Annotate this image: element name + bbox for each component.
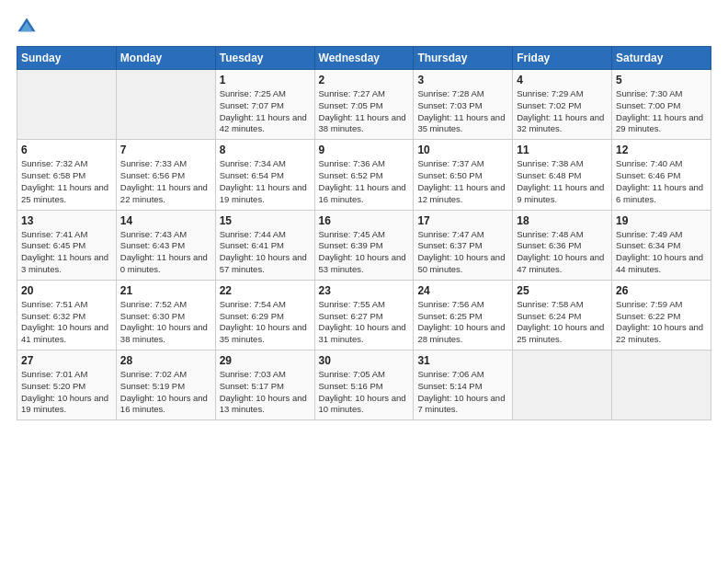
day-cell: 29Sunrise: 7:03 AM Sunset: 5:17 PM Dayli… <box>215 350 314 420</box>
day-number: 29 <box>220 354 311 367</box>
column-header-saturday: Saturday <box>612 47 711 70</box>
day-info: Sunrise: 7:44 AM Sunset: 6:41 PM Dayligh… <box>220 229 311 276</box>
day-info: Sunrise: 7:54 AM Sunset: 6:29 PM Dayligh… <box>220 299 311 346</box>
day-info: Sunrise: 7:32 AM Sunset: 6:58 PM Dayligh… <box>21 158 112 205</box>
day-number: 13 <box>21 214 112 227</box>
day-cell: 14Sunrise: 7:43 AM Sunset: 6:43 PM Dayli… <box>116 210 215 280</box>
day-cell: 13Sunrise: 7:41 AM Sunset: 6:45 PM Dayli… <box>17 210 117 280</box>
day-cell: 3Sunrise: 7:28 AM Sunset: 7:03 PM Daylig… <box>414 70 513 140</box>
day-cell: 17Sunrise: 7:47 AM Sunset: 6:37 PM Dayli… <box>414 210 513 280</box>
day-cell: 5Sunrise: 7:30 AM Sunset: 7:00 PM Daylig… <box>612 70 711 140</box>
day-info: Sunrise: 7:40 AM Sunset: 6:46 PM Dayligh… <box>616 158 707 205</box>
day-info: Sunrise: 7:03 AM Sunset: 5:17 PM Dayligh… <box>220 369 311 416</box>
day-number: 26 <box>616 284 707 297</box>
day-info: Sunrise: 7:45 AM Sunset: 6:39 PM Dayligh… <box>319 229 410 276</box>
day-info: Sunrise: 7:55 AM Sunset: 6:27 PM Dayligh… <box>319 299 410 346</box>
week-row-3: 13Sunrise: 7:41 AM Sunset: 6:45 PM Dayli… <box>17 210 711 280</box>
day-info: Sunrise: 7:56 AM Sunset: 6:25 PM Dayligh… <box>417 299 508 346</box>
day-number: 7 <box>120 144 211 156</box>
day-number: 21 <box>120 284 211 297</box>
page: SundayMondayTuesdayWednesdayThursdayFrid… <box>0 0 728 563</box>
day-info: Sunrise: 7:33 AM Sunset: 6:56 PM Dayligh… <box>120 158 211 205</box>
day-number: 27 <box>21 354 112 367</box>
day-info: Sunrise: 7:06 AM Sunset: 5:14 PM Dayligh… <box>417 369 508 416</box>
day-info: Sunrise: 7:51 AM Sunset: 6:32 PM Dayligh… <box>21 299 112 346</box>
day-info: Sunrise: 7:36 AM Sunset: 6:52 PM Dayligh… <box>319 158 410 205</box>
column-header-monday: Monday <box>116 47 215 70</box>
day-cell: 9Sunrise: 7:36 AM Sunset: 6:52 PM Daylig… <box>314 140 414 210</box>
day-cell: 26Sunrise: 7:59 AM Sunset: 6:22 PM Dayli… <box>612 280 711 350</box>
day-cell <box>116 70 215 140</box>
calendar-header-row: SundayMondayTuesdayWednesdayThursdayFrid… <box>17 47 711 70</box>
day-number: 8 <box>220 144 311 156</box>
column-header-thursday: Thursday <box>414 47 513 70</box>
logo-icon <box>17 17 37 37</box>
day-info: Sunrise: 7:34 AM Sunset: 6:54 PM Dayligh… <box>220 158 311 205</box>
week-row-5: 27Sunrise: 7:01 AM Sunset: 5:20 PM Dayli… <box>17 350 711 420</box>
day-cell: 19Sunrise: 7:49 AM Sunset: 6:34 PM Dayli… <box>612 210 711 280</box>
day-number: 4 <box>517 74 608 86</box>
day-number: 31 <box>417 354 508 367</box>
day-cell: 31Sunrise: 7:06 AM Sunset: 5:14 PM Dayli… <box>414 350 513 420</box>
day-cell: 18Sunrise: 7:48 AM Sunset: 6:36 PM Dayli… <box>513 210 612 280</box>
day-cell: 2Sunrise: 7:27 AM Sunset: 7:05 PM Daylig… <box>314 70 414 140</box>
day-cell: 23Sunrise: 7:55 AM Sunset: 6:27 PM Dayli… <box>314 280 414 350</box>
day-number: 6 <box>21 144 112 156</box>
column-header-wednesday: Wednesday <box>314 47 414 70</box>
column-header-tuesday: Tuesday <box>215 47 314 70</box>
day-number: 12 <box>616 144 707 156</box>
day-number: 25 <box>517 284 608 297</box>
week-row-2: 6Sunrise: 7:32 AM Sunset: 6:58 PM Daylig… <box>17 140 711 210</box>
week-row-1: 1Sunrise: 7:25 AM Sunset: 7:07 PM Daylig… <box>17 70 711 140</box>
day-info: Sunrise: 7:29 AM Sunset: 7:02 PM Dayligh… <box>517 88 608 135</box>
day-info: Sunrise: 7:58 AM Sunset: 6:24 PM Dayligh… <box>517 299 608 346</box>
day-cell: 12Sunrise: 7:40 AM Sunset: 6:46 PM Dayli… <box>612 140 711 210</box>
day-number: 9 <box>319 144 410 156</box>
day-number: 23 <box>319 284 410 297</box>
calendar: SundayMondayTuesdayWednesdayThursdayFrid… <box>17 46 711 420</box>
day-number: 1 <box>220 74 311 86</box>
column-header-friday: Friday <box>513 47 612 70</box>
day-info: Sunrise: 7:41 AM Sunset: 6:45 PM Dayligh… <box>21 229 112 276</box>
day-cell <box>513 350 612 420</box>
header <box>17 17 711 37</box>
day-number: 16 <box>319 214 410 227</box>
day-number: 18 <box>517 214 608 227</box>
day-info: Sunrise: 7:37 AM Sunset: 6:50 PM Dayligh… <box>417 158 508 205</box>
logo <box>17 17 40 37</box>
day-number: 17 <box>417 214 508 227</box>
week-row-4: 20Sunrise: 7:51 AM Sunset: 6:32 PM Dayli… <box>17 280 711 350</box>
day-cell: 10Sunrise: 7:37 AM Sunset: 6:50 PM Dayli… <box>414 140 513 210</box>
day-cell: 6Sunrise: 7:32 AM Sunset: 6:58 PM Daylig… <box>17 140 117 210</box>
day-info: Sunrise: 7:25 AM Sunset: 7:07 PM Dayligh… <box>220 88 311 135</box>
day-info: Sunrise: 7:02 AM Sunset: 5:19 PM Dayligh… <box>120 369 211 416</box>
day-cell: 4Sunrise: 7:29 AM Sunset: 7:02 PM Daylig… <box>513 70 612 140</box>
day-cell: 21Sunrise: 7:52 AM Sunset: 6:30 PM Dayli… <box>116 280 215 350</box>
day-info: Sunrise: 7:05 AM Sunset: 5:16 PM Dayligh… <box>319 369 410 416</box>
day-cell: 15Sunrise: 7:44 AM Sunset: 6:41 PM Dayli… <box>215 210 314 280</box>
day-info: Sunrise: 7:48 AM Sunset: 6:36 PM Dayligh… <box>517 229 608 276</box>
day-number: 10 <box>417 144 508 156</box>
day-info: Sunrise: 7:01 AM Sunset: 5:20 PM Dayligh… <box>21 369 112 416</box>
day-info: Sunrise: 7:47 AM Sunset: 6:37 PM Dayligh… <box>417 229 508 276</box>
day-info: Sunrise: 7:52 AM Sunset: 6:30 PM Dayligh… <box>120 299 211 346</box>
day-number: 3 <box>417 74 508 86</box>
column-header-sunday: Sunday <box>17 47 117 70</box>
day-number: 11 <box>517 144 608 156</box>
day-number: 22 <box>220 284 311 297</box>
day-number: 30 <box>319 354 410 367</box>
day-info: Sunrise: 7:27 AM Sunset: 7:05 PM Dayligh… <box>319 88 410 135</box>
day-info: Sunrise: 7:28 AM Sunset: 7:03 PM Dayligh… <box>417 88 508 135</box>
day-cell: 24Sunrise: 7:56 AM Sunset: 6:25 PM Dayli… <box>414 280 513 350</box>
day-number: 24 <box>417 284 508 297</box>
day-cell: 11Sunrise: 7:38 AM Sunset: 6:48 PM Dayli… <box>513 140 612 210</box>
day-number: 20 <box>21 284 112 297</box>
day-cell: 30Sunrise: 7:05 AM Sunset: 5:16 PM Dayli… <box>314 350 414 420</box>
day-number: 15 <box>220 214 311 227</box>
day-number: 28 <box>120 354 211 367</box>
day-cell: 16Sunrise: 7:45 AM Sunset: 6:39 PM Dayli… <box>314 210 414 280</box>
day-number: 14 <box>120 214 211 227</box>
day-info: Sunrise: 7:43 AM Sunset: 6:43 PM Dayligh… <box>120 229 211 276</box>
day-info: Sunrise: 7:38 AM Sunset: 6:48 PM Dayligh… <box>517 158 608 205</box>
day-cell: 22Sunrise: 7:54 AM Sunset: 6:29 PM Dayli… <box>215 280 314 350</box>
